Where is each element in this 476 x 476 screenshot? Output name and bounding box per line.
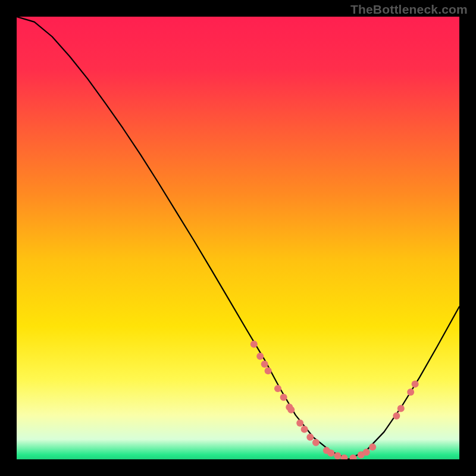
watermark-text: TheBottleneck.com	[350, 2, 468, 17]
bottleneck-chart	[17, 17, 459, 459]
